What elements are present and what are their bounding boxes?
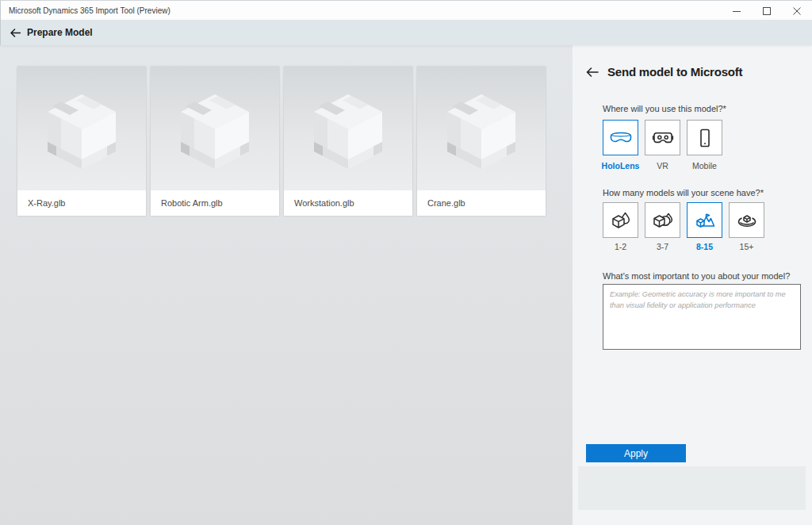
panel-footer-box: [578, 466, 806, 510]
cube-placeholder-icon: [443, 92, 519, 171]
model-filename: Crane.glb: [417, 190, 546, 216]
question-count-label: How many models will your scene have?*: [603, 188, 764, 197]
models-15-plus-icon: [734, 208, 760, 233]
option-hololens[interactable]: [603, 120, 638, 155]
cube-placeholder-icon: [310, 92, 386, 171]
hololens-icon: [608, 125, 634, 151]
option-1-2-label: 1-2: [603, 242, 638, 251]
models-8-15-icon: [692, 208, 718, 233]
option-3-7-label: 3-7: [645, 242, 680, 251]
model-filename: X-Ray.glb: [17, 190, 146, 216]
count-option-labels: 1-2 3-7 8-15 15+: [603, 242, 764, 251]
device-options: [603, 120, 722, 155]
cube-placeholder-icon: [177, 92, 253, 171]
option-vr-label: VR: [645, 161, 680, 171]
model-thumbnail: [17, 67, 146, 190]
window-title: Microsoft Dynamics 365 Import Tool (Prev…: [9, 1, 170, 21]
close-icon: [793, 7, 801, 15]
option-8-15-label: 8-15: [687, 242, 722, 251]
maximize-icon: [763, 7, 771, 15]
model-card[interactable]: Workstation.glb: [284, 67, 412, 216]
panel-back-arrow-icon[interactable]: [586, 67, 599, 77]
question-importance-label: What's most important to you about your …: [603, 271, 790, 281]
option-vr[interactable]: [645, 120, 680, 155]
send-model-panel: Send model to Microsoft Where will you u…: [573, 45, 812, 525]
model-card[interactable]: Robotic Arm.glb: [151, 67, 279, 216]
model-thumbnail: [284, 67, 412, 190]
close-button[interactable]: [782, 1, 812, 21]
option-15-plus[interactable]: [729, 202, 764, 238]
window-controls: [722, 1, 812, 21]
models-1-2-icon: [608, 208, 634, 233]
option-15-plus-label: 15+: [729, 242, 764, 251]
model-filename: Robotic Arm.glb: [151, 190, 279, 216]
option-mobile-label: Mobile: [687, 161, 722, 171]
maximize-button[interactable]: [752, 1, 782, 21]
apply-button[interactable]: Apply: [586, 444, 686, 462]
title-bar: Microsoft Dynamics 365 Import Tool (Prev…: [0, 0, 812, 20]
device-option-labels: HoloLens VR Mobile: [603, 161, 722, 171]
option-hololens-label: HoloLens: [603, 161, 638, 171]
count-options: [603, 202, 764, 238]
minimize-icon: [733, 7, 741, 15]
vr-headset-icon: [650, 125, 676, 151]
model-thumbnail: [417, 67, 546, 190]
option-8-15[interactable]: [687, 202, 722, 238]
model-filename: Workstation.glb: [284, 190, 412, 216]
model-card[interactable]: Crane.glb: [417, 67, 546, 216]
prepare-model-bar: Prepare Model: [0, 20, 812, 45]
model-thumbnail: [151, 67, 279, 190]
cube-placeholder-icon: [44, 92, 120, 171]
panel-title: Send model to Microsoft: [607, 65, 742, 79]
model-card[interactable]: X-Ray.glb: [17, 67, 146, 216]
models-3-7-icon: [650, 208, 676, 233]
minimize-button[interactable]: [722, 1, 752, 21]
option-1-2[interactable]: [603, 202, 638, 238]
question-device-label: Where will you use this model?*: [603, 104, 726, 113]
option-3-7[interactable]: [645, 202, 680, 238]
option-mobile[interactable]: [687, 120, 722, 155]
model-grid: X-Ray.glb Robotic Arm.glb: [0, 45, 573, 525]
importance-textarea[interactable]: [603, 284, 801, 350]
prepare-model-title: Prepare Model: [27, 27, 93, 38]
back-arrow-icon[interactable]: [10, 29, 21, 37]
mobile-phone-icon: [692, 125, 718, 151]
